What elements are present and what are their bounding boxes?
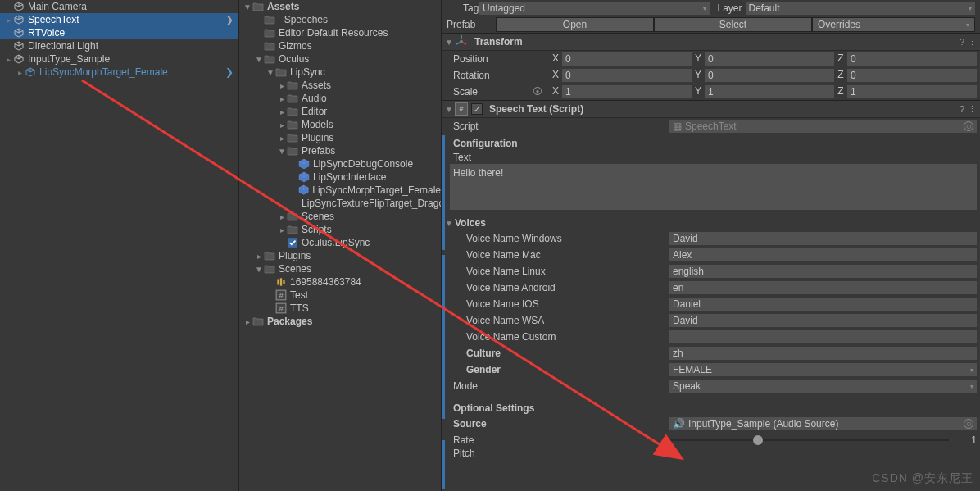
expand-icon[interactable]: ▸ — [277, 120, 287, 130]
project-item[interactable]: Oculus.LipSync — [239, 236, 441, 249]
folder-icon — [287, 146, 298, 156]
project-item[interactable]: LipSyncDebugConsole — [239, 157, 441, 170]
expand-icon[interactable]: ▸ — [254, 252, 264, 261]
project-item[interactable]: ▼LipSync — [239, 66, 441, 79]
project-item-label: Oculus.LipSync — [302, 237, 370, 248]
voice-custom-field[interactable] — [669, 330, 977, 343]
expand-icon[interactable]: ▼ — [265, 68, 275, 77]
expand-icon[interactable]: ▸ — [15, 68, 25, 77]
expand-icon[interactable]: ▸ — [3, 55, 13, 64]
scale-fields[interactable]: X Y Z — [551, 85, 977, 98]
chevron-right-icon: ❯ — [225, 14, 234, 25]
gender-dropdown[interactable]: FEMALE▾ — [669, 363, 977, 376]
expand-icon[interactable]: ▸ — [277, 107, 287, 116]
scale-y[interactable] — [705, 85, 834, 98]
voice-win-field[interactable] — [669, 232, 977, 245]
expand-icon[interactable]: ▼ — [243, 2, 252, 11]
rotation-z[interactable] — [847, 69, 977, 82]
rotation-fields[interactable]: X Y Z — [551, 69, 977, 82]
scale-z[interactable] — [847, 85, 977, 98]
help-icon[interactable]: ? — [960, 37, 964, 48]
tag-dropdown[interactable]: Untagged▾ — [479, 2, 710, 15]
project-item[interactable]: ▸Editor — [239, 105, 441, 118]
transform-header[interactable]: ▼ Transform ?⋮ — [442, 33, 980, 51]
layer-dropdown[interactable]: Default▾ — [746, 2, 976, 15]
expand-icon[interactable]: ▸ — [243, 317, 252, 326]
menu-icon[interactable]: ⋮ — [968, 37, 977, 48]
project-item[interactable]: LipSyncMorphTarget_Female — [239, 184, 441, 197]
expand-icon[interactable]: ▼ — [254, 55, 264, 64]
hierarchy-item[interactable]: Main Camera — [0, 0, 238, 13]
hierarchy-item[interactable]: ▸SpeechText❯ — [0, 13, 238, 26]
expand-icon[interactable]: ▸ — [277, 225, 287, 234]
project-item[interactable]: ▼Oculus — [239, 52, 441, 66]
project-item[interactable]: LipSyncTextureFlipTarget_Dragon — [239, 197, 441, 210]
expand-icon[interactable]: ▸ — [277, 94, 287, 103]
expand-icon[interactable]: ▸ — [277, 212, 287, 221]
rotation-x[interactable] — [562, 69, 692, 82]
foldout-icon[interactable]: ▼ — [445, 219, 455, 228]
voice-ios-field[interactable] — [669, 298, 977, 311]
hierarchy-item[interactable]: ▸LipSyncMorphTarget_Female❯ — [0, 66, 238, 79]
position-y[interactable] — [705, 52, 834, 66]
speechtext-header[interactable]: ▼ # ✓ Speech Text (Script) ?⋮ — [442, 100, 980, 118]
menu-icon[interactable]: ⋮ — [968, 104, 977, 115]
project-item[interactable]: Gizmos — [239, 39, 441, 52]
chevron-down-icon: ▾ — [969, 5, 972, 12]
project-item[interactable]: #TTS — [239, 302, 441, 315]
project-item[interactable]: ▸Packages — [239, 315, 441, 328]
project-item[interactable]: Editor Default Resources — [239, 26, 441, 39]
expand-icon[interactable]: ▸ — [3, 16, 13, 25]
rotation-y[interactable] — [705, 69, 834, 82]
voice-android-field[interactable] — [669, 281, 977, 294]
position-z[interactable] — [847, 52, 977, 66]
foldout-icon[interactable]: ▼ — [445, 105, 455, 114]
source-field[interactable]: 🔊 InputType_Sample (Audio Source) ⊙ — [669, 417, 977, 430]
object-picker-icon[interactable]: ⊙ — [964, 121, 973, 131]
foldout-icon[interactable]: ▼ — [445, 38, 455, 47]
position-x[interactable] — [562, 52, 692, 66]
prefab-overrides-button[interactable]: Overrides ▾ — [812, 17, 975, 32]
help-icon[interactable]: ? — [960, 104, 964, 115]
project-item[interactable]: ▸Plugins — [239, 249, 441, 262]
hierarchy-item[interactable]: Directional Light — [0, 39, 238, 52]
prefab-open-button[interactable]: Open — [496, 17, 654, 32]
position-fields[interactable]: X Y Z — [551, 52, 977, 66]
expand-icon[interactable]: ▼ — [277, 147, 287, 156]
expand-icon[interactable]: ▸ — [277, 81, 287, 90]
constrain-icon[interactable]: ⦿ — [533, 86, 542, 98]
project-item[interactable]: ▸Audio — [239, 92, 441, 105]
project-item[interactable]: ▸Plugins — [239, 131, 441, 144]
culture-field[interactable] — [669, 347, 977, 360]
mode-label: Mode — [453, 380, 666, 392]
rate-slider[interactable] — [669, 439, 949, 441]
project-item[interactable]: _Speeches — [239, 13, 441, 26]
project-item[interactable]: ▼Prefabs — [239, 144, 441, 157]
project-item[interactable]: LipSyncInterface — [239, 170, 441, 184]
hierarchy-item[interactable]: ▸InputType_Sample — [0, 52, 238, 66]
voice-mac-field[interactable] — [669, 248, 977, 261]
expand-icon[interactable]: ▼ — [254, 265, 264, 274]
project-item[interactable]: ▸Assets — [239, 79, 441, 92]
hierarchy-panel[interactable]: Main Camera▸SpeechText❯RTVoiceDirectiona… — [0, 0, 239, 491]
object-picker-icon[interactable]: ⊙ — [964, 419, 973, 429]
project-item[interactable]: ▸Scenes — [239, 210, 441, 223]
project-item[interactable]: ▼Assets — [239, 0, 441, 13]
component-enabled-checkbox[interactable]: ✓ — [471, 103, 483, 115]
project-item[interactable]: ▼Scenes — [239, 262, 441, 275]
scale-x[interactable] — [562, 85, 692, 98]
project-item[interactable]: #Test — [239, 289, 441, 302]
hierarchy-item[interactable]: RTVoice — [0, 26, 238, 39]
voice-wsa-field[interactable] — [669, 314, 977, 327]
voice-linux-field[interactable] — [669, 265, 977, 278]
prefab-select-button[interactable]: Select — [654, 17, 812, 32]
text-field[interactable] — [450, 164, 977, 210]
expand-icon[interactable]: ▸ — [277, 134, 287, 143]
mode-dropdown[interactable]: Speak▾ — [669, 380, 977, 393]
inspector-panel[interactable]: Tag Untagged▾ Layer Default▾ Prefab Open… — [442, 0, 980, 491]
project-item[interactable]: ▸Models — [239, 118, 441, 131]
project-item[interactable]: ▸Scripts — [239, 223, 441, 236]
project-item[interactable]: 1695884363784 — [239, 275, 441, 289]
project-panel[interactable]: ▼Assets_SpeechesEditor Default Resources… — [239, 0, 442, 491]
voices-header[interactable]: ▼ Voices — [442, 216, 980, 230]
